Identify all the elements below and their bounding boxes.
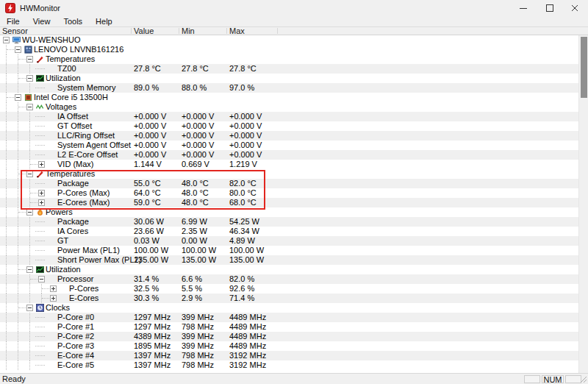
expander-plus-icon[interactable] [50, 285, 57, 292]
sensor-value: 59.0 °C [134, 198, 161, 207]
sensor-label: Package [57, 217, 89, 227]
menu-help[interactable]: Help [89, 16, 119, 26]
tree-row[interactable]: TZ0027.8 °C27.8 °C27.8 °C [0, 64, 578, 74]
tree-row[interactable]: Package55.0 °C48.0 °C82.0 °C [0, 179, 578, 188]
column-separator[interactable] [226, 28, 227, 34]
sensor-label: VID (Max) [57, 160, 94, 169]
tree-row[interactable]: L2 E-Core Offset+0.000 V+0.000 V+0.000 V [0, 150, 578, 160]
close-icon [571, 4, 578, 12]
tree-guide-line [6, 351, 7, 360]
tree-row[interactable]: System Memory89.0 %88.0 %97.0 % [0, 83, 578, 93]
sensor-label: E-Core #5 [57, 360, 94, 370]
maximize-button[interactable] [537, 0, 562, 16]
tree-row[interactable]: E-Core #51397 MHz798 MHz3192 MHz [0, 360, 578, 370]
tree-row[interactable]: WU-WENSHUO [0, 35, 578, 45]
tree-guide-line [18, 160, 18, 169]
tree-row[interactable]: LENOVO LNVNB161216 [0, 45, 578, 54]
tree-row[interactable]: P-Core #24389 MHz399 MHz4489 MHz [0, 332, 578, 341]
sensor-min: 0.00 W [182, 236, 207, 246]
tree-guide-line [29, 121, 30, 131]
column-value[interactable]: Value [134, 27, 154, 35]
tree-row[interactable]: P-Core #31895 MHz399 MHz4489 MHz [0, 341, 578, 351]
expander-minus-icon[interactable] [15, 46, 21, 53]
tree-guide-line [29, 64, 30, 74]
minimize-button[interactable] [511, 0, 537, 16]
expander-minus-icon[interactable] [26, 305, 33, 311]
tree-guide-line [29, 179, 30, 188]
menu-tools[interactable]: Tools [57, 16, 89, 26]
expander-minus-icon[interactable] [26, 104, 33, 110]
close-button[interactable] [562, 0, 588, 16]
tree-row[interactable]: Processor31.4 %6.6 %82.0 % [0, 274, 578, 284]
expander-plus-icon[interactable] [50, 295, 57, 302]
tree-row[interactable]: IA Cores23.66 W2.35 W46.34 W [0, 227, 578, 236]
tree-guide-line [6, 179, 7, 188]
column-separator[interactable] [179, 28, 179, 34]
expander-minus-icon[interactable] [26, 266, 33, 273]
tree-guide-line [6, 83, 7, 93]
tree-row[interactable]: Clocks [0, 303, 578, 313]
column-separator[interactable] [277, 28, 278, 34]
tree-row[interactable]: VID (Max)1.144 V0.669 V1.219 V [0, 160, 578, 169]
expander-minus-icon[interactable] [15, 94, 21, 101]
sensor-min: 798 MHz [182, 360, 214, 370]
tree-guide-line [18, 269, 26, 270]
expander-minus-icon[interactable] [26, 209, 33, 216]
expander-minus-icon[interactable] [26, 75, 33, 82]
column-min[interactable]: Min [182, 27, 195, 35]
tree-row[interactable]: E-Core #41397 MHz798 MHz3192 MHz [0, 351, 578, 360]
tree-row[interactable]: P-Core #11297 MHz798 MHz4489 MHz [0, 322, 578, 332]
tree-row[interactable]: GT Offset+0.000 V+0.000 V+0.000 V [0, 121, 578, 131]
tree-row[interactable]: Voltages [0, 102, 578, 112]
tree-row[interactable]: P-Cores32.5 %5.5 %92.6 % [0, 284, 578, 294]
tree-row[interactable]: Utilization [0, 265, 578, 274]
expander-minus-icon[interactable] [26, 56, 33, 63]
maximize-icon [546, 4, 553, 12]
sensor-value: 64.0 °C [134, 188, 161, 198]
resize-grip-icon[interactable] [578, 374, 587, 383]
expander-minus-icon[interactable] [26, 171, 33, 177]
tree-guide-line [18, 217, 18, 227]
tree-row[interactable]: IA Offset+0.000 V+0.000 V+0.000 V [0, 112, 578, 121]
tree-row[interactable]: Powers [0, 207, 578, 217]
tree-guide-line [6, 160, 7, 169]
expander-plus-icon[interactable] [38, 161, 45, 168]
tree-row[interactable]: P-Core #01297 MHz399 MHz4489 MHz [0, 313, 578, 322]
tree-row[interactable]: Intel Core i5 13500H [0, 93, 578, 102]
expander-minus-icon[interactable] [3, 37, 10, 43]
menu-file[interactable]: File [0, 16, 26, 26]
sensor-max: +0.000 V [229, 141, 262, 150]
scrollbar-thumb[interactable] [581, 37, 587, 98]
tree-row[interactable]: P-Cores (Max)64.0 °C48.0 °C80.0 °C [0, 188, 578, 198]
sensor-label: P-Core #1 [57, 322, 94, 332]
menu-view[interactable]: View [26, 16, 57, 26]
sensor-label: Processor [57, 274, 94, 284]
sensor-value: 30.3 % [134, 294, 159, 303]
tree-row[interactable]: E-Cores (Max)59.0 °C48.0 °C68.0 °C [0, 198, 578, 207]
expander-minus-icon[interactable] [38, 276, 45, 282]
tree-guide-line [18, 227, 18, 236]
column-max[interactable]: Max [229, 27, 245, 35]
sensor-max: +0.000 V [229, 112, 262, 121]
tree-guide-line [6, 341, 7, 351]
title-bar[interactable]: HWMonitor [0, 0, 588, 16]
tree-row[interactable]: Utilization [0, 74, 578, 83]
tree-row[interactable]: Power Max (PL1)100.00 W100.00 W100.00 W [0, 246, 578, 255]
tree-guide-line [6, 74, 7, 83]
tree-row[interactable]: LLC/Ring Offset+0.000 V+0.000 V+0.000 V [0, 131, 578, 141]
tree-row[interactable]: Temperatures [0, 54, 578, 64]
tree-row[interactable]: E-Cores30.3 %2.9 %71.4 % [0, 294, 578, 303]
tree-row[interactable]: GT0.03 W0.00 W4.89 W [0, 236, 578, 246]
tree-row[interactable]: System Agent Offset+0.000 V+0.000 V+0.00… [0, 141, 578, 150]
tree-row[interactable]: Temperatures [0, 169, 578, 179]
tree-guide-line [29, 83, 30, 93]
tree-guide-line [6, 54, 7, 64]
vertical-scrollbar[interactable] [578, 35, 588, 373]
column-separator[interactable] [131, 28, 132, 34]
tree-row[interactable]: Package30.06 W6.99 W54.25 W [0, 217, 578, 227]
tree-guide-line [18, 255, 18, 265]
expander-plus-icon[interactable] [38, 199, 45, 206]
expander-plus-icon[interactable] [38, 190, 45, 196]
tree-row[interactable]: Short Power Max (PL2)135.00 W135.00 W135… [0, 255, 578, 265]
column-sensor[interactable]: Sensor [2, 27, 28, 35]
